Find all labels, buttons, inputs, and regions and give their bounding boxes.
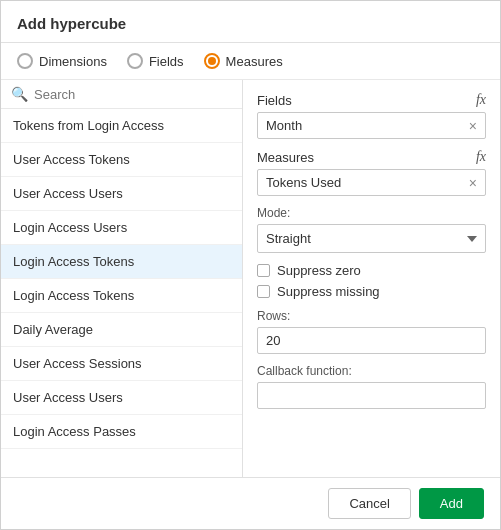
fields-header: Fields fx xyxy=(257,92,486,108)
suppress-zero-checkbox[interactable] xyxy=(257,264,270,277)
search-box: 🔍 xyxy=(1,80,242,109)
add-hypercube-dialog: Add hypercube Dimensions Fields Measures… xyxy=(0,0,501,530)
measures-section: Measures fx Tokens Used × xyxy=(257,149,486,196)
list-container: Tokens from Login Access User Access Tok… xyxy=(1,109,242,477)
mode-section: Mode: Straight Pivot Tree xyxy=(257,206,486,253)
measures-fx-icon[interactable]: fx xyxy=(476,149,486,165)
suppress-missing-checkbox[interactable] xyxy=(257,285,270,298)
list-item[interactable]: Login Access Passes xyxy=(1,415,242,449)
list-item[interactable]: Tokens from Login Access xyxy=(1,109,242,143)
measure-tag: Tokens Used × xyxy=(257,169,486,196)
cancel-button[interactable]: Cancel xyxy=(328,488,410,519)
measure-tag-label: Tokens Used xyxy=(266,175,341,190)
right-panel: Fields fx Month × Measures fx Tokens Use… xyxy=(243,80,500,477)
dialog-header: Add hypercube xyxy=(1,1,500,43)
rows-section: Rows: xyxy=(257,309,486,354)
suppress-zero-label: Suppress zero xyxy=(277,263,361,278)
fields-fx-icon[interactable]: fx xyxy=(476,92,486,108)
mode-select[interactable]: Straight Pivot Tree xyxy=(257,224,486,253)
checkboxes-group: Suppress zero Suppress missing xyxy=(257,263,486,299)
rows-label: Rows: xyxy=(257,309,486,323)
radio-group: Dimensions Fields Measures xyxy=(1,43,500,80)
radio-circle-measures xyxy=(204,53,220,69)
list-item[interactable]: User Access Users xyxy=(1,381,242,415)
list-item[interactable]: Login Access Tokens xyxy=(1,279,242,313)
radio-circle-dimensions xyxy=(17,53,33,69)
radio-label-dimensions: Dimensions xyxy=(39,54,107,69)
rows-input[interactable] xyxy=(257,327,486,354)
callback-section: Callback function: xyxy=(257,364,486,409)
suppress-missing-checkbox-row[interactable]: Suppress missing xyxy=(257,284,486,299)
add-button[interactable]: Add xyxy=(419,488,484,519)
field-tag: Month × xyxy=(257,112,486,139)
list-item[interactable]: Daily Average xyxy=(1,313,242,347)
main-body: 🔍 Tokens from Login Access User Access T… xyxy=(1,80,500,477)
radio-fields[interactable]: Fields xyxy=(127,53,184,69)
suppress-missing-label: Suppress missing xyxy=(277,284,380,299)
radio-label-measures: Measures xyxy=(226,54,283,69)
radio-label-fields: Fields xyxy=(149,54,184,69)
radio-dimensions[interactable]: Dimensions xyxy=(17,53,107,69)
dialog-footer: Cancel Add xyxy=(1,477,500,529)
callback-label: Callback function: xyxy=(257,364,486,378)
list-item[interactable]: User Access Tokens xyxy=(1,143,242,177)
measures-label: Measures xyxy=(257,150,314,165)
suppress-zero-checkbox-row[interactable]: Suppress zero xyxy=(257,263,486,278)
list-item[interactable]: User Access Users xyxy=(1,177,242,211)
measure-tag-close[interactable]: × xyxy=(469,176,477,190)
search-icon: 🔍 xyxy=(11,86,28,102)
radio-circle-fields xyxy=(127,53,143,69)
list-item-highlighted[interactable]: Login Access Tokens xyxy=(1,245,242,279)
search-input[interactable] xyxy=(34,87,232,102)
left-panel: 🔍 Tokens from Login Access User Access T… xyxy=(1,80,243,477)
list-item[interactable]: User Access Sessions xyxy=(1,347,242,381)
radio-measures[interactable]: Measures xyxy=(204,53,283,69)
field-tag-label: Month xyxy=(266,118,302,133)
callback-input[interactable] xyxy=(257,382,486,409)
fields-label: Fields xyxy=(257,93,292,108)
field-tag-close[interactable]: × xyxy=(469,119,477,133)
measures-header: Measures fx xyxy=(257,149,486,165)
list-item[interactable]: Login Access Users xyxy=(1,211,242,245)
mode-label: Mode: xyxy=(257,206,486,220)
dialog-title: Add hypercube xyxy=(17,15,126,32)
fields-section: Fields fx Month × xyxy=(257,92,486,139)
